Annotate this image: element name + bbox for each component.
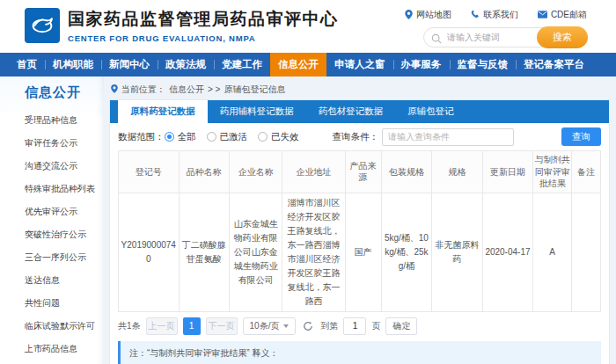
sidebar-item-three-in-one[interactable]: 三合一序列公示 xyxy=(25,246,104,269)
refresh-icon[interactable] xyxy=(301,319,315,333)
nav-item-news[interactable]: 新闻中心 xyxy=(101,53,158,76)
col-update-date: 更新日期 xyxy=(482,151,533,193)
sidebar: 信息公开 受理品种信息 审评任务公示 沟通交流公示 特殊审批品种列表 优先审评公… xyxy=(0,76,104,364)
nav-item-party[interactable]: 党建工作 xyxy=(214,53,270,76)
query-condition-input[interactable] xyxy=(382,128,514,146)
pagination-total: 共1条 xyxy=(118,320,141,332)
registration-table: 登记号 品种名称 企业名称 企业地址 产品来源 包装规格 规格 更新日期 与制剂… xyxy=(118,150,601,312)
nav-item-policy[interactable]: 政策法规 xyxy=(158,53,214,76)
data-panel: 原料药登记数据 药用辅料登记数据 药包材登记数据 原辅包登记 数据范围： 全部 … xyxy=(109,99,610,364)
prev-page-button[interactable]: 上一页 xyxy=(146,317,178,335)
location-pin-icon xyxy=(405,10,413,21)
col-remark: 备注 xyxy=(572,151,601,193)
nav-item-home[interactable]: 首页 xyxy=(9,53,45,76)
radio-expired[interactable] xyxy=(258,132,268,142)
swan-icon xyxy=(28,10,56,41)
location-pin-icon xyxy=(111,84,118,95)
pagination: 共1条 上一页 1 下一页 10条/页 到第 页 确定 xyxy=(110,312,609,339)
col-spec: 规格 xyxy=(432,151,483,193)
tab-packaging-registration[interactable]: 药包材登记数据 xyxy=(306,100,396,123)
cell-product-source: 国产 xyxy=(345,193,381,311)
nav-item-registration-platform[interactable]: 登记备案平台 xyxy=(516,53,592,76)
site-title-block: 国家药品监督管理局药品审评中心 CENTER FOR DRUG EVALUATI… xyxy=(68,8,339,43)
sitemap-link[interactable]: 网站地图 xyxy=(405,9,451,21)
radio-option-all[interactable]: 全部 xyxy=(165,131,196,143)
radio-all[interactable] xyxy=(165,132,174,142)
site-header: 国家药品监督管理局药品审评中心 CENTER FOR DRUG EVALUATI… xyxy=(0,0,616,53)
table-header-row: 登记号 品种名称 企业名称 企业地址 产品来源 包装规格 规格 更新日期 与制剂… xyxy=(119,151,601,193)
col-company-address: 企业地址 xyxy=(282,151,345,193)
sidebar-title: 信息公开 xyxy=(25,84,104,101)
sidebar-item-priority-review[interactable]: 优先审评公示 xyxy=(25,200,104,223)
page-size-value: 10条/页 xyxy=(250,320,280,332)
content-body: 信息公开 受理品种信息 审评任务公示 沟通交流公示 特殊审批品种列表 优先审评公… xyxy=(0,76,616,364)
scope-label: 数据范围： xyxy=(118,131,165,143)
cell-remark xyxy=(572,193,601,311)
sidebar-item-clinical-trial-implied-license[interactable]: 临床试验默示许可 xyxy=(25,315,104,338)
radio-option-expired[interactable]: 已失效 xyxy=(258,131,299,143)
goto-suffix: 页 xyxy=(371,320,380,332)
cell-update-date: 2020-04-17 xyxy=(482,193,533,311)
sidebar-item-breakthrough-therapy[interactable]: 突破性治疗公示 xyxy=(25,223,104,246)
goto-confirm-button[interactable]: 确定 xyxy=(385,317,417,335)
cell-joint-review-result: A xyxy=(533,193,572,311)
filter-row: 数据范围： 全部 已激活 已失效 查询条件： 查询 xyxy=(110,123,609,150)
cell-package-spec: 5kg/桶、10kg/桶、25kg/桶 xyxy=(381,193,432,311)
legend-note: 注：“与制剂共同审评审批结果” 释义： 符号 代表含义 A 已批准在上市制剂使用… xyxy=(118,341,601,364)
nav-item-supervision[interactable]: 监督与反馈 xyxy=(450,53,517,76)
cell-registration-no: Y20190000740 xyxy=(119,193,180,311)
sidebar-item-review-tasks[interactable]: 审评任务公示 xyxy=(25,132,104,155)
tab-excipient-registration[interactable]: 药用辅料登记数据 xyxy=(208,100,306,123)
contact-link[interactable]: 联系我们 xyxy=(471,9,518,21)
radio-option-active[interactable]: 已激活 xyxy=(207,131,248,143)
page: 国家药品监督管理局药品审评中心 CENTER FOR DRUG EVALUATI… xyxy=(0,0,616,364)
sidebar-item-communication[interactable]: 沟通交流公示 xyxy=(25,155,104,178)
chevron-down-icon xyxy=(283,324,289,328)
col-package-spec: 包装规格 xyxy=(381,151,432,193)
site-title: 国家药品监督管理局药品审评中心 xyxy=(68,8,339,31)
radio-active-label: 已激活 xyxy=(220,131,248,143)
breadcrumb: 当前位置：信息公开 > > 原辅包登记信息 xyxy=(111,82,610,97)
sidebar-item-common-issues[interactable]: 共性问题 xyxy=(25,292,104,315)
cde-logo[interactable] xyxy=(25,8,60,43)
mailbox-label: CDE邮箱 xyxy=(551,9,587,21)
nav-item-applicant-window[interactable]: 申请人之窗 xyxy=(326,53,393,76)
goto-label: 到第 xyxy=(320,320,338,332)
mailbox-link[interactable]: CDE邮箱 xyxy=(538,9,587,21)
envelope-icon xyxy=(538,11,547,20)
nav-item-services[interactable]: 办事服务 xyxy=(393,53,450,76)
table-row: Y20190000740 丁二磺酸腺苷蛋氨酸 山东金城生物药业有限公司山东金城生… xyxy=(119,193,601,311)
sidebar-item-accepted-varieties[interactable]: 受理品种信息 xyxy=(25,109,104,132)
sitemap-label: 网站地图 xyxy=(416,9,451,21)
next-page-button[interactable]: 下一页 xyxy=(206,317,238,335)
contact-label: 联系我们 xyxy=(483,9,518,21)
breadcrumb-prefix: 当前位置： xyxy=(121,84,165,96)
site-subtitle: CENTER FOR DRUG EVALUATION, NMPA xyxy=(68,33,339,43)
nav-item-info-disclosure[interactable]: 信息公开 xyxy=(270,53,326,76)
col-product-source: 产品来源 xyxy=(345,151,381,193)
page-1-button[interactable]: 1 xyxy=(183,317,201,335)
quick-links: 网站地图 联系我们 CDE邮箱 xyxy=(405,9,587,21)
radio-active[interactable] xyxy=(207,132,216,142)
tab-raw-aux-pack[interactable]: 原辅包登记 xyxy=(395,100,466,123)
breadcrumb-section[interactable]: 信息公开 xyxy=(169,84,204,96)
breadcrumb-current: 原辅包登记信息 xyxy=(224,84,285,96)
goto-page-input[interactable] xyxy=(343,317,366,335)
tab-api-registration[interactable]: 原料药登记数据 xyxy=(118,100,208,123)
col-joint-review-result: 与制剂共同审评审批结果 xyxy=(533,151,572,193)
sidebar-item-delivery-info[interactable]: 送达信息 xyxy=(25,269,104,292)
col-registration-no: 登记号 xyxy=(119,151,180,193)
sidebar-item-special-approval[interactable]: 特殊审批品种列表 xyxy=(25,178,104,200)
cell-company-name: 山东金城生物药业有限公司山东金城生物药业有限公司 xyxy=(230,193,282,311)
breadcrumb-separator: > > xyxy=(208,84,220,94)
cell-variety-name: 丁二磺酸腺苷蛋氨酸 xyxy=(179,193,230,311)
main-nav: 首页 机构职能 新闻中心 政策法规 党建工作 信息公开 申请人之窗 办事服务 监… xyxy=(0,53,616,76)
sidebar-item-marketed-drugs[interactable]: 上市药品信息 xyxy=(25,338,104,360)
col-company-name: 企业名称 xyxy=(230,151,282,193)
query-button[interactable]: 查询 xyxy=(561,127,601,146)
page-size-select[interactable]: 10条/页 xyxy=(243,317,297,335)
search-button[interactable]: 搜索 xyxy=(537,26,588,48)
nav-item-functions[interactable]: 机构职能 xyxy=(45,53,101,76)
cell-company-address: 淄博市淄川区经济开发区胶王路复线北，东一路西淄博市淄川区经济开发区胶王路复线北，… xyxy=(282,193,345,311)
radio-all-label: 全部 xyxy=(178,131,196,143)
